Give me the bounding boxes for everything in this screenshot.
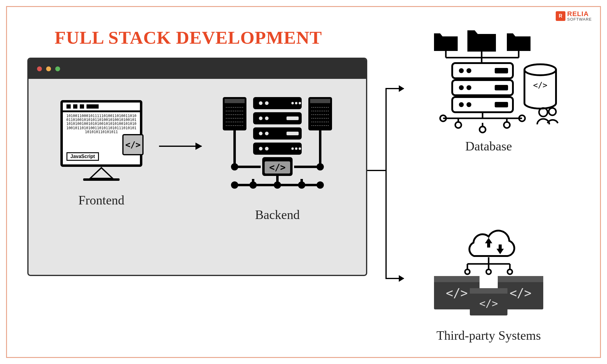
code-icon: </> [122,134,144,155]
arrow-frontend-to-backend-icon [159,146,202,147]
svg-rect-14 [287,132,299,135]
svg-point-17 [291,147,294,150]
svg-point-8 [299,102,301,104]
svg-point-13 [265,132,269,135]
svg-rect-59 [495,68,508,73]
svg-point-60 [459,85,464,90]
database-section: </> Database [410,27,568,153]
frontend-label: Frontend [53,193,150,207]
backend-label: Backend [214,207,341,222]
svg-rect-11 [287,116,299,120]
frontend-section: 1010011000101111101001101001101001101001… [53,100,150,207]
svg-point-19 [299,147,301,150]
svg-point-42 [317,181,324,189]
thirdparty-icon: </> </> </> [416,224,561,322]
svg-rect-94 [470,288,507,294]
svg-text:</>: </> [510,286,531,300]
svg-rect-91 [498,276,543,282]
window-minimize-icon [46,66,51,71]
backend-server-icon: </> [217,91,338,200]
svg-point-40 [317,163,324,170]
svg-text:</>: </> [479,297,498,309]
svg-point-57 [459,68,464,73]
window-titlebar [29,59,366,79]
svg-rect-22 [225,99,245,103]
svg-rect-65 [495,102,508,107]
svg-rect-23 [310,99,330,103]
svg-point-18 [295,147,297,150]
window-close-icon [37,66,42,71]
window-maximize-icon [55,66,60,71]
svg-point-61 [466,85,471,90]
browser-window: 1010011000101111101001101001101001101001… [27,58,367,276]
svg-point-43 [249,181,257,189]
javascript-badge: JavaScript [66,152,99,161]
svg-point-58 [466,68,471,73]
svg-point-84 [465,269,470,274]
logo-mark-icon: R [556,11,565,21]
svg-point-10 [265,116,269,120]
thirdparty-section: </> </> </> Third-party Systems [410,224,568,343]
svg-text:</>: </> [446,286,468,300]
svg-point-64 [466,102,471,107]
svg-point-79 [549,108,556,115]
svg-point-6 [291,102,294,104]
svg-point-63 [459,102,464,107]
svg-point-15 [259,147,263,150]
monitor-icon: 1010011000101111101001101001101001101001… [60,100,142,167]
svg-point-76 [524,64,556,75]
backend-section: </> Backend [214,91,341,222]
svg-point-7 [295,102,297,104]
database-icon: </> [413,27,565,133]
logo-sub: SOFTWARE [567,17,592,21]
diagram-title: FULL STACK DEVELOPMENT [55,27,322,48]
svg-point-85 [486,269,491,274]
connector-vertical-icon [385,88,387,279]
connector-to-thirdparty-icon [385,278,404,279]
svg-point-5 [265,101,269,105]
logo-brand: RELIA [567,11,592,17]
svg-point-16 [265,147,269,150]
svg-point-86 [507,269,512,274]
svg-point-39 [231,163,238,170]
brand-logo: R RELIA SOFTWARE [556,11,592,21]
svg-rect-88 [434,276,480,282]
svg-point-9 [259,116,263,120]
svg-point-41 [231,181,238,189]
svg-rect-62 [495,85,508,90]
connector-to-database-icon [385,88,404,89]
svg-point-44 [274,181,281,189]
connector-out-icon [367,170,385,171]
svg-point-12 [259,132,263,135]
svg-point-4 [259,101,263,105]
svg-text:</>: </> [269,162,286,173]
svg-text:</>: </> [533,81,548,90]
database-label: Database [410,139,568,153]
svg-point-45 [298,181,305,189]
thirdparty-label: Third-party Systems [410,328,568,343]
